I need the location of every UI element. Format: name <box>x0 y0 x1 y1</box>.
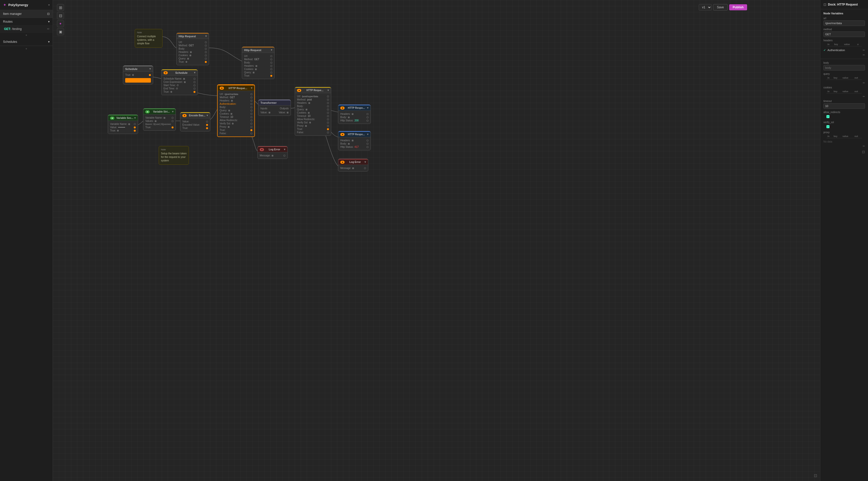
route-item[interactable]: GET:/testing ✏ <box>0 26 53 32</box>
app-header[interactable]: ✦ PolySynergy ▾ <box>0 0 53 10</box>
node-menu-icon[interactable]: ▾ <box>205 34 207 38</box>
logo-icon: ✦ <box>3 2 6 7</box>
toolbar: v1 Save Publish <box>699 4 747 10</box>
verify-ssl-checkbox[interactable]: ✓ <box>827 125 830 128</box>
routes-section[interactable]: Routes ▾ <box>0 18 53 26</box>
encode-menu[interactable]: ▾ <box>207 114 208 117</box>
add-icon: + <box>26 33 27 37</box>
add-schedule-button[interactable]: + <box>0 46 53 52</box>
headers-col-in: in <box>827 42 833 46</box>
encode-bas-header: ● Encode Bas... ▾ <box>180 112 210 118</box>
canvas[interactable]: v1 Save Publish ⊞ ⊟ ✦ ▣ <box>53 0 820 481</box>
auth-edit-icon[interactable]: ✏ <box>863 49 865 52</box>
schedule-toggle: ● <box>163 71 168 74</box>
cookies-col-out: out <box>854 90 862 93</box>
query-col-key: key <box>833 76 842 80</box>
note-label-2: Note <box>161 148 187 151</box>
proxy-edit-row: ✏ <box>820 144 868 148</box>
add-route-button[interactable]: + <box>0 32 53 38</box>
auth-pencil-icon[interactable]: ✏ <box>863 54 865 57</box>
item-manager-label: Item manager <box>3 12 22 15</box>
http-request-2-header: Http Request ▾ <box>242 47 274 53</box>
right-panel: ⊡ Dock: HTTP Request Node Variables url … <box>820 0 868 481</box>
proxy-col-in: in <box>827 134 833 138</box>
publish-button[interactable]: Publish <box>729 4 747 10</box>
variable-str-node: ● Variable Stri... ▾ Variable Name:⊞ Val… <box>143 108 176 131</box>
method-select[interactable]: GET POST PUT DELETE <box>824 31 865 37</box>
resp1-menu[interactable]: ▾ <box>367 106 369 109</box>
http-resp-2-header: ● HTTP Respo... ▾ <box>338 131 371 137</box>
note-node-2: Note Setup the bearer token for the requ… <box>159 146 189 165</box>
var-str-toggle: ● <box>145 110 150 113</box>
log2-toggle: ● <box>340 161 345 164</box>
log-error-2-header: ● Log Error ▾ <box>338 159 368 165</box>
note-node-1: Note Connect multiple systems, with a si… <box>135 29 162 47</box>
encode-bas-node: ● Encode Bas... ▾ Value: Encoded Value: … <box>180 112 210 131</box>
log1-toggle: ● <box>260 148 264 151</box>
http-request-1-header: Http Request ▾ <box>177 33 209 39</box>
transformer-inputs-label: Inputs <box>260 107 267 110</box>
http-main-toggle: ● <box>220 87 224 90</box>
cookies-table: in key value out <box>827 90 862 93</box>
schedules-chevron-icon: ▾ <box>48 40 50 43</box>
verify-ssl-label: verify_ssl <box>824 121 865 124</box>
proxy-section: proxy in key value out <box>820 130 868 139</box>
body-label: body <box>824 61 865 64</box>
log1-menu[interactable]: ▾ <box>284 148 285 151</box>
http-request-main-header: ● HTTP Reque... ▾ <box>218 85 254 91</box>
verify-ssl-field: verify_ssl ✓ <box>820 120 868 130</box>
item-manager-icon: ⊡ <box>47 12 50 15</box>
verify-ssl-checkbox-row: ✓ <box>824 124 865 129</box>
proxy-pencil-icon[interactable]: ✏ <box>863 145 865 148</box>
schedules-section[interactable]: Schedules ▾ <box>0 38 53 46</box>
magic-icon[interactable]: ✦ <box>57 20 64 27</box>
query-col-in: in <box>827 76 833 80</box>
resp2-toggle: ● <box>340 133 345 136</box>
zoom-out-icon[interactable]: ⊟ <box>57 12 64 19</box>
log2-menu[interactable]: ▾ <box>365 160 366 164</box>
canvas-tools: ⊞ ⊟ ✦ ▣ <box>57 4 64 35</box>
variable-sec-body: Variable Name:⊞ Value:•••••••• True:⚙ <box>108 121 138 134</box>
http-main-menu[interactable]: ▾ <box>251 86 252 90</box>
auth-row: ✓ Authentication ✏ <box>820 47 868 53</box>
save-button[interactable]: Save <box>713 4 727 10</box>
cookies-col-key: key <box>833 90 842 93</box>
app-name: PolySynergy <box>8 3 46 7</box>
var-sec-menu[interactable]: ▾ <box>134 116 136 120</box>
url-input[interactable] <box>824 21 865 26</box>
resp2-menu[interactable]: ▾ <box>367 133 369 136</box>
schedule-simple-menu[interactable]: ▾ <box>149 67 151 70</box>
transformer-outputs-label: Outputs <box>280 107 289 110</box>
schedule-node-simple: Schedule ▾ True:⚙ <box>123 65 153 84</box>
cookies-pencil-icon[interactable]: ✏ <box>863 95 865 98</box>
http-resp-1-header: ● HTTP Respo... ▾ <box>338 105 371 111</box>
query-label: query <box>824 72 865 75</box>
query-pencil-icon[interactable]: ✏ <box>863 81 865 85</box>
node-menu-icon-2[interactable]: ▾ <box>271 49 272 52</box>
auth-label: Authentication <box>828 49 861 52</box>
proxy-col-value: value <box>842 134 854 138</box>
auth-edit-row: ✏ <box>820 53 868 57</box>
version-select[interactable]: v1 <box>699 4 712 10</box>
allow-redirects-checkbox[interactable]: ✓ <box>827 115 830 118</box>
http-request-node-1: Http Request ▾ Url: Method:GET Body: Hea… <box>176 33 209 65</box>
schedule-detail-menu[interactable]: ▾ <box>194 71 195 74</box>
grid-icon[interactable]: ▣ <box>57 28 64 35</box>
no-data-text: No data <box>820 139 868 144</box>
var-str-menu[interactable]: ▾ <box>172 110 174 113</box>
headers-col-key: key <box>833 42 843 46</box>
http-post-toggle: ● <box>297 89 301 92</box>
body-input[interactable] <box>824 65 865 70</box>
log-error-2-body: Message:⊞ <box>338 165 368 171</box>
note-text-2: Setup the bearer token for the request t… <box>161 152 187 162</box>
timeout-input[interactable] <box>824 103 865 109</box>
schedules-label: Schedules <box>3 40 17 43</box>
method-field: method GET POST PUT DELETE <box>820 27 868 38</box>
divider-1 <box>820 59 868 59</box>
edit-icon[interactable]: ✏ <box>47 27 50 31</box>
proxy-col-out: out <box>854 134 862 138</box>
schedule-detail-header: ● Schedule ▾ <box>161 69 197 75</box>
zoom-fit-icon[interactable]: ⊞ <box>57 4 64 11</box>
item-manager-button[interactable]: Item manager ⊡ <box>0 10 53 18</box>
http-post-menu[interactable]: ▾ <box>328 89 329 92</box>
